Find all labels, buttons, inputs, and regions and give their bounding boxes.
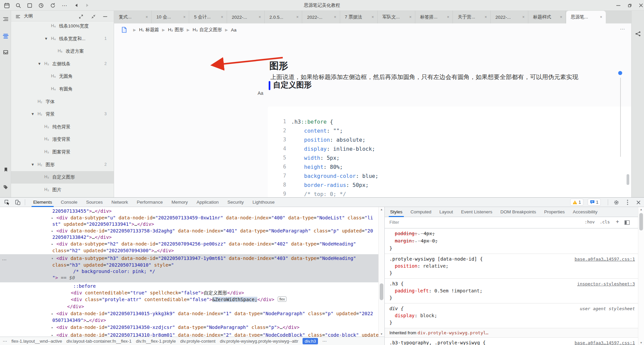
outline-item[interactable]: H₄有圆角 (11, 83, 114, 95)
devtools-tab-application[interactable]: Application (192, 198, 223, 207)
tab-5[interactable]: 2.0.5...× (265, 11, 302, 23)
sidebar-dock-icon[interactable] (625, 220, 630, 226)
stylesheet-source-link[interactable]: base.a0faa3…14597.css:1 (575, 339, 635, 345)
collapsed-arrow-icon[interactable]: ▸ (51, 215, 53, 221)
outline-item[interactable]: H₄无圆角 (11, 70, 114, 83)
stylesheet-source-link[interactable]: user agent stylesheet (580, 305, 635, 312)
expand-all-icon[interactable] (78, 14, 84, 19)
css-selector[interactable]: .h3 { (389, 280, 404, 287)
tab-1[interactable]: 复式...× (114, 11, 152, 23)
collapsed-arrow-icon[interactable]: ▸ (51, 241, 53, 247)
css-selector[interactable]: .b3-typography, .protyle-wysiwyg { (389, 339, 486, 345)
dom-node-line[interactable]: <div contenteditable="true" spellcheck="… (71, 290, 244, 296)
scroll-up-icon[interactable]: ▲ (379, 208, 384, 211)
doc-tree-icon[interactable] (2, 15, 9, 23)
dom-node-line[interactable]: ▸<div data-subtype="h2" data-node-id="20… (56, 241, 356, 247)
status-crumb[interactable]: div.h3 (303, 338, 318, 344)
outline-item[interactable]: H₃图案背景 (11, 146, 114, 158)
tab-9[interactable]: 标签搭...× (415, 11, 453, 23)
tab-8[interactable]: 军队文...× (378, 11, 415, 23)
devtools-tab-security[interactable]: Security (223, 198, 248, 207)
cls-toggle[interactable]: .cls (600, 219, 610, 224)
messages-badge[interactable]: 1 (588, 199, 601, 206)
tab-close-icon[interactable]: × (259, 15, 261, 19)
tab-4[interactable]: 2022-...× (227, 11, 265, 23)
dom-node-line[interactable]: ▸<div data-node-id="20220507134015-ykkg3… (56, 310, 373, 317)
collapse-all-icon[interactable] (91, 14, 96, 19)
style-declaration[interactable]: position: relative; (389, 263, 635, 270)
devtools-tab-network[interactable]: Network (107, 198, 132, 207)
dom-node-line[interactable]: "> == $0 (52, 275, 75, 281)
outline-item[interactable]: ▼H₂背景3 (11, 108, 114, 121)
bookmark-icon[interactable] (2, 166, 9, 173)
inherited-ref-link[interactable]: div.protyle-wysiwyg.protyl… (418, 330, 488, 335)
crumbs-overflow-icon[interactable]: ⋯ (322, 339, 327, 344)
tab-close-icon[interactable]: × (485, 15, 487, 19)
styles-tab-layout[interactable]: Layout (435, 207, 457, 217)
styles-tab-accessibility[interactable]: Accessibility (569, 207, 602, 217)
workspace-calendar-icon[interactable] (3, 1, 11, 9)
back-icon[interactable] (72, 1, 80, 9)
hov-toggle[interactable]: :hov (585, 219, 595, 224)
dom-node-line[interactable]: 220507133842">…</div> (52, 234, 112, 240)
dom-node-line[interactable]: ▾<div data-subtype="h3" data-node-id="20… (56, 255, 356, 262)
dom-node-line[interactable]: 220507133455">…</div> (52, 208, 112, 214)
tab-7[interactable]: 7 票据法× (340, 11, 378, 23)
css-selector[interactable]: .protyle-wysiwyg [data-node-id] { (389, 256, 483, 263)
outline-item[interactable]: H₃自定义图形 (11, 171, 114, 184)
inspect-element-icon[interactable] (3, 199, 11, 206)
close-button[interactable] (636, 1, 644, 10)
devtools-tab-memory[interactable]: Memory (167, 198, 192, 207)
devtools-tab-performance[interactable]: Performance (132, 198, 167, 207)
expanded-arrow-icon[interactable]: ▾ (51, 255, 53, 262)
heading-zidingyi-tuxing[interactable]: 自定义图形 (273, 80, 312, 90)
status-crumb[interactable]: flex-1.layout__wnd--active (11, 339, 62, 344)
breadcrumb-item[interactable]: H₃自定义图形 (193, 27, 222, 33)
device-toolbar-icon[interactable] (14, 199, 21, 206)
dom-node-line[interactable]: /* background-color: pink; */ (73, 268, 155, 275)
devtools-close-icon[interactable] (635, 199, 642, 206)
tab-3[interactable]: 5 会计...× (190, 11, 227, 23)
dom-node-line[interactable]: st" updated="20220507133941">…</div> (52, 221, 154, 227)
history-icon[interactable] (37, 1, 45, 9)
stylesheet-source-link[interactable]: base.a0faa3…14597.css:1 (575, 256, 635, 263)
outline-item[interactable]: H₃渐变背景 (11, 133, 114, 146)
minimize-button[interactable] (613, 1, 623, 10)
tab-close-icon[interactable]: × (560, 15, 562, 19)
tab-13[interactable]: 思源笔...× (566, 11, 606, 23)
devtools-tab-elements[interactable]: Elements (29, 198, 56, 207)
devtools-tab-lighthouse[interactable]: Lighthouse (248, 198, 279, 207)
dom-node-line[interactable]: ::before (73, 283, 96, 289)
styles-tab-styles[interactable]: Styles (386, 207, 407, 217)
styles-tab-dom-breakpoints[interactable]: DOM Breakpoints (496, 207, 540, 217)
style-declaration[interactable]: display: block; (389, 312, 635, 319)
dom-node-line[interactable]: 0507134349">…</div> (52, 317, 106, 324)
collapse-arrow-icon[interactable]: ▼ (44, 37, 48, 41)
tab-2[interactable]: 10 会...× (152, 11, 189, 23)
tab-close-icon[interactable]: × (409, 15, 412, 19)
tab-close-icon[interactable]: × (447, 15, 449, 19)
collapsed-arrow-icon[interactable]: ▸ (51, 228, 53, 234)
tab-6[interactable]: 2022-...× (303, 11, 340, 23)
style-declaration-overridden[interactable]: padding:▸ 4px; (389, 230, 635, 237)
tag-icon[interactable] (2, 184, 9, 191)
search-icon[interactable] (14, 1, 22, 9)
inbox-icon[interactable] (2, 49, 9, 56)
collapse-arrow-icon[interactable]: ▼ (31, 162, 35, 166)
collapsed-arrow-icon[interactable]: ▸ (51, 324, 53, 331)
breadcrumb-item[interactable]: H₁标题篇 (139, 27, 159, 33)
outline-item[interactable]: ▼H₂图形2 (11, 159, 114, 171)
attr-hint[interactable]: Aa (258, 90, 263, 96)
breadcrumb-item[interactable]: Aa (231, 27, 238, 32)
graph-icon[interactable] (634, 30, 642, 38)
more-icon[interactable]: ⋯ (60, 1, 68, 9)
collapse-arrow-icon[interactable]: ▼ (31, 112, 35, 116)
devtools-tab-console[interactable]: Console (56, 198, 82, 207)
paragraph[interactable]: 上面说道，如果给标题添加左侧边框，然后再添加圆角，只有左边会有圆角，如果想要全部… (270, 73, 626, 81)
stylesheet-source-link[interactable]: inspector-stylesheet:3 (577, 280, 635, 287)
dom-node-line[interactable]: ▸<div data-node-id="20220507134310-br8qm… (56, 332, 378, 337)
kebab-menu-icon[interactable] (624, 199, 631, 206)
flex-badge[interactable]: flex (278, 296, 286, 302)
outline-item[interactable]: H₃纯色背景 (11, 121, 114, 133)
breadcrumb-item[interactable]: H₂图形 (168, 27, 184, 33)
